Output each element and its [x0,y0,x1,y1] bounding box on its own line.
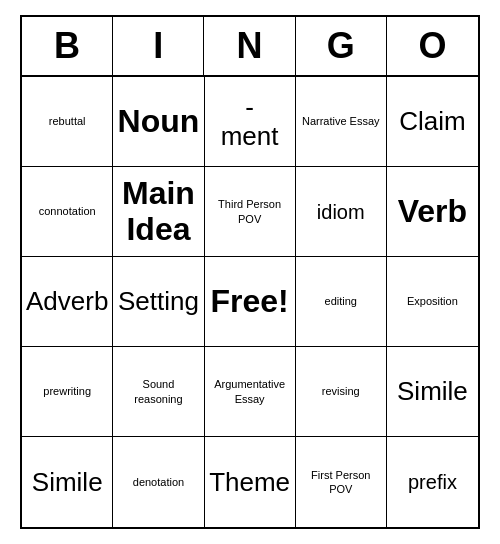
cell-text: Exposition [407,294,458,308]
header-letter: O [387,17,478,75]
bingo-cell: Free! [205,257,296,347]
bingo-cell: First Person POV [296,437,387,527]
cell-text: -ment [221,93,279,150]
cell-text: Simile [32,468,103,497]
cell-text: Sound reasoning [117,377,199,406]
cell-text: Noun [118,104,200,139]
bingo-cell: idiom [296,167,387,257]
header-letter: G [296,17,387,75]
bingo-cell: denotation [113,437,204,527]
cell-text: Main Idea [117,176,199,246]
cell-text: prefix [408,469,457,495]
cell-text: prewriting [43,384,91,398]
bingo-cell: Noun [113,77,204,167]
bingo-cell: -ment [205,77,296,167]
bingo-cell: Main Idea [113,167,204,257]
cell-text: Adverb [26,287,108,316]
bingo-cell: Third Person POV [205,167,296,257]
bingo-cell: Sound reasoning [113,347,204,437]
cell-text: Setting [118,287,199,316]
bingo-cell: revising [296,347,387,437]
cell-text: denotation [133,475,184,489]
cell-text: Free! [210,284,288,319]
bingo-cell: Verb [387,167,478,257]
cell-text: idiom [317,199,365,225]
cell-text: Argumentative Essay [209,377,291,406]
bingo-cell: Setting [113,257,204,347]
bingo-cell: Adverb [22,257,113,347]
bingo-card: BINGO rebuttalNoun-mentNarrative EssayCl… [20,15,480,529]
cell-text: connotation [39,204,96,218]
header-letter: B [22,17,113,75]
cell-text: rebuttal [49,114,86,128]
bingo-cell: prefix [387,437,478,527]
bingo-cell: Claim [387,77,478,167]
cell-text: First Person POV [300,468,382,497]
cell-text: Simile [397,377,468,406]
header-letter: N [204,17,295,75]
bingo-cell: rebuttal [22,77,113,167]
header-letter: I [113,17,204,75]
bingo-cell: Theme [205,437,296,527]
bingo-cell: Argumentative Essay [205,347,296,437]
cell-text: revising [322,384,360,398]
cell-text: Verb [398,194,467,229]
cell-text: Claim [399,107,465,136]
cell-text: Theme [209,468,290,497]
bingo-cell: Simile [387,347,478,437]
cell-text: Third Person POV [209,197,291,226]
cell-text: editing [325,294,357,308]
bingo-cell: Simile [22,437,113,527]
bingo-cell: connotation [22,167,113,257]
bingo-header: BINGO [22,17,478,77]
bingo-cell: editing [296,257,387,347]
bingo-grid: rebuttalNoun-mentNarrative EssayClaimcon… [22,77,478,527]
bingo-cell: Narrative Essay [296,77,387,167]
bingo-cell: prewriting [22,347,113,437]
cell-text: Narrative Essay [302,114,380,128]
bingo-cell: Exposition [387,257,478,347]
